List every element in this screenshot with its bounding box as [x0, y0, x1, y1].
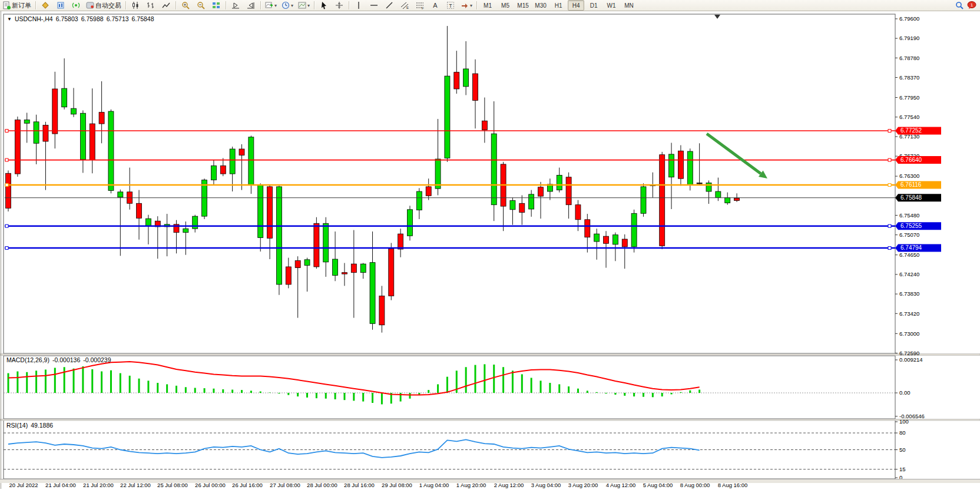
chevron-down-icon[interactable]: ▾ — [274, 3, 277, 8]
candle-body — [435, 159, 441, 188]
candle — [314, 217, 319, 269]
text-button[interactable]: A — [428, 0, 442, 11]
support-2-handle[interactable] — [5, 247, 8, 250]
price-axis-label: 6.79600 — [899, 15, 919, 22]
chart-candles-button[interactable] — [128, 0, 143, 11]
auto-scroll-button[interactable] — [229, 0, 243, 11]
text-label-button[interactable]: T — [443, 0, 458, 11]
price-axis-label: 6.75480 — [899, 212, 919, 219]
new-order-label: 新订单 — [12, 1, 31, 10]
timeframe-d1[interactable]: D1 — [585, 0, 602, 11]
tile-windows-button[interactable] — [209, 0, 223, 11]
pane-splitter[interactable] — [0, 419, 980, 421]
chart-canvas[interactable]: 6.796006.791906.787806.783706.779506.775… — [0, 11, 980, 493]
chart-window-button[interactable] — [54, 0, 68, 11]
crosshair-button[interactable] — [332, 0, 346, 11]
candle-body — [678, 151, 683, 178]
notification-badge: 1 — [971, 2, 974, 8]
trendline-button[interactable] — [382, 0, 396, 11]
resistance-1-handle[interactable] — [888, 130, 891, 133]
timeframe-m1[interactable]: M1 — [479, 0, 496, 11]
cursor-button[interactable] — [317, 0, 331, 11]
timeframe-m30[interactable]: M30 — [532, 0, 549, 11]
timeframe-h4[interactable]: H4 — [568, 0, 584, 11]
chartshift-icon — [247, 1, 255, 9]
notifications-icon[interactable]: 1 — [967, 1, 976, 9]
search-icon[interactable] — [955, 1, 964, 9]
chevron-down-icon[interactable]: ▾ — [470, 3, 472, 8]
candle-body — [52, 89, 58, 134]
chart-bars-button[interactable] — [144, 0, 158, 11]
equidistant-channel-button[interactable]: E — [398, 0, 412, 11]
timeframe-m15[interactable]: M15 — [515, 0, 531, 11]
timeframe-w1[interactable]: W1 — [603, 0, 620, 11]
pivot-orange-handle[interactable] — [888, 184, 891, 187]
signals-button[interactable] — [69, 0, 83, 11]
resistance-2-handle[interactable] — [5, 158, 8, 161]
candle — [389, 243, 394, 300]
auto-trading-button[interactable]: 自动交易 — [84, 0, 123, 11]
vline-icon — [355, 1, 363, 9]
candle-body — [230, 149, 235, 174]
candle-body — [604, 236, 609, 243]
zoom-out-button[interactable] — [194, 0, 208, 11]
candle-body — [286, 267, 291, 284]
pivot-orange-handle[interactable] — [5, 184, 8, 187]
candle-body — [239, 149, 244, 155]
candle — [631, 210, 637, 253]
autotrade-icon — [86, 1, 94, 9]
candle-body — [333, 259, 338, 276]
price-axis-label: 6.76300 — [899, 173, 919, 179]
candle-body — [622, 239, 627, 247]
zoomout-icon — [197, 1, 205, 9]
candle-body — [145, 219, 151, 226]
support-1-handle[interactable] — [5, 224, 8, 227]
periods-button[interactable]: ▾ — [280, 0, 295, 11]
candles-icon — [131, 1, 140, 9]
zoom-in-button[interactable] — [178, 0, 193, 11]
pivot-orange-price-tag-label: 6.76116 — [900, 181, 922, 188]
candle-body — [669, 154, 674, 177]
indicators-button[interactable]: ▾ — [263, 0, 279, 11]
collapse-icon[interactable]: ▼ — [7, 16, 12, 22]
resistance-1-handle[interactable] — [5, 130, 8, 133]
horizontal-line-button[interactable] — [367, 0, 381, 11]
symbol-name: USDCNH-,H4 — [15, 15, 53, 22]
channel-icon: E — [400, 1, 409, 9]
shapes-icon — [461, 1, 469, 9]
fibonacci-button[interactable]: F — [413, 0, 427, 11]
timeframe-h1[interactable]: H1 — [550, 0, 567, 11]
templates-button[interactable]: ▾ — [296, 0, 312, 11]
market-watch-button[interactable] — [38, 0, 52, 11]
textt-icon: T — [446, 1, 455, 9]
candle-body — [211, 166, 216, 180]
crosshair-icon — [335, 1, 343, 9]
new-order-button[interactable]: 新订单 — [1, 0, 33, 11]
candle-body — [80, 113, 85, 160]
resistance-2-handle[interactable] — [888, 158, 891, 161]
chart-line-button[interactable] — [159, 0, 173, 11]
vertical-line-button[interactable] — [352, 0, 366, 11]
rsi-legend: RSI(14) 49.1886 — [6, 422, 53, 429]
candle-body — [641, 187, 646, 213]
candle-body — [379, 296, 385, 325]
price-axis-label: 6.75070 — [899, 231, 919, 238]
price-axis-label: 6.73420 — [899, 310, 919, 317]
support-2-handle[interactable] — [888, 247, 891, 250]
chart-shift-button[interactable] — [244, 0, 258, 11]
candle-body — [706, 183, 711, 191]
macd-pane — [4, 356, 895, 419]
timeframe-m5[interactable]: M5 — [497, 0, 514, 11]
arrows-button[interactable]: ▾ — [459, 0, 474, 11]
tiles-icon — [212, 1, 220, 9]
symbol-legend: ▼ USDCNH-,H4 6.75803 6.75988 6.75713 6.7… — [7, 15, 154, 22]
chevron-down-icon[interactable]: ▾ — [291, 3, 293, 8]
timeframe-mn[interactable]: MN — [621, 0, 637, 11]
candle-body — [426, 187, 431, 196]
svg-text:A: A — [433, 2, 438, 9]
pane-splitter[interactable] — [0, 354, 980, 356]
support-1-handle[interactable] — [888, 224, 891, 227]
blue-chart-icon — [57, 1, 65, 9]
chevron-down-icon[interactable]: ▾ — [307, 3, 310, 8]
price-axis-label: 6.78780 — [899, 55, 919, 61]
